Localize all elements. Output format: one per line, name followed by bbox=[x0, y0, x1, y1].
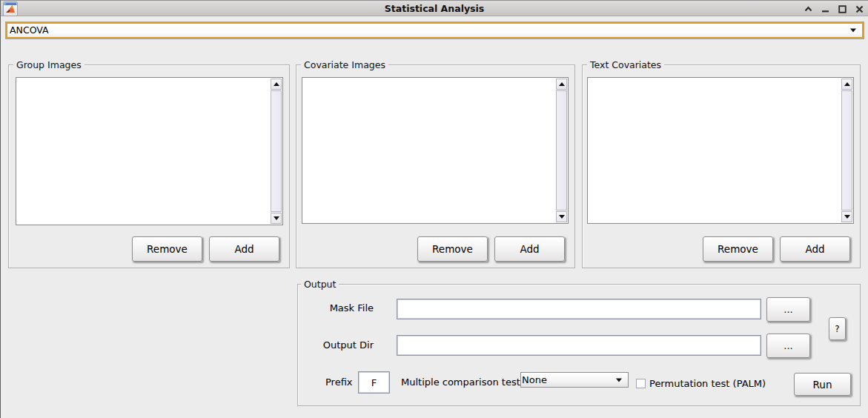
analysis-type-dropdown[interactable]: ANCOVA bbox=[6, 22, 864, 39]
chevron-down-icon bbox=[850, 29, 856, 33]
group-images-add-button[interactable]: Add bbox=[209, 236, 279, 262]
output-dir-browse-button[interactable]: ... bbox=[766, 334, 810, 358]
scroll-down-icon[interactable] bbox=[271, 213, 282, 224]
group-images-remove-button[interactable]: Remove bbox=[132, 236, 202, 262]
chevron-down-icon bbox=[616, 378, 622, 382]
output-dir-label: Output Dir bbox=[320, 339, 374, 351]
mask-file-browse-button[interactable]: ... bbox=[766, 297, 810, 322]
minimize-icon[interactable] bbox=[821, 4, 830, 14]
covariate-images-remove-button[interactable]: Remove bbox=[417, 236, 488, 262]
help-button[interactable]: ? bbox=[829, 317, 846, 340]
window-title: Statistical Analysis bbox=[1, 1, 868, 17]
mask-file-input[interactable] bbox=[397, 299, 761, 319]
multiple-comparison-label: Multiple comparison test bbox=[401, 376, 520, 388]
text-covariates-listbox[interactable] bbox=[587, 77, 854, 224]
output-dir-input[interactable] bbox=[397, 335, 761, 356]
window-controls bbox=[804, 1, 864, 17]
multiple-comparison-dropdown[interactable]: None bbox=[520, 372, 629, 388]
covariate-images-add-button[interactable]: Add bbox=[494, 236, 565, 262]
scrollbar-thumb[interactable] bbox=[556, 90, 567, 210]
scroll-up-icon[interactable] bbox=[556, 79, 567, 90]
titlebar[interactable]: Statistical Analysis bbox=[1, 0, 868, 16]
collapse-icon[interactable] bbox=[804, 4, 813, 14]
text-covariates-panel: Text Covariates Remove Add bbox=[582, 64, 861, 268]
prefix-input[interactable] bbox=[358, 371, 390, 394]
text-covariates-panel-title: Text Covariates bbox=[587, 59, 664, 70]
group-images-listbox[interactable] bbox=[16, 77, 283, 225]
covariate-images-panel: Covariate Images Remove Add bbox=[296, 64, 575, 268]
output-panel-title: Output bbox=[301, 279, 339, 290]
multiple-comparison-value: None bbox=[522, 373, 547, 387]
scroll-up-icon[interactable] bbox=[271, 79, 282, 90]
covariate-images-listbox[interactable] bbox=[302, 77, 569, 224]
scroll-down-icon[interactable] bbox=[841, 211, 852, 222]
group-images-panel-title: Group Images bbox=[13, 59, 85, 70]
maximize-icon[interactable] bbox=[838, 4, 847, 14]
scroll-down-icon[interactable] bbox=[556, 211, 567, 222]
permutation-test-label: Permutation test (PALM) bbox=[649, 378, 766, 389]
scrollbar-thumb[interactable] bbox=[841, 90, 852, 210]
covariate-images-scrollbar[interactable] bbox=[556, 79, 567, 222]
permutation-test-checkbox[interactable] bbox=[636, 379, 646, 388]
output-panel: Output Mask File ... Output Dir ... Pref… bbox=[297, 284, 861, 406]
text-covariates-add-button[interactable]: Add bbox=[780, 236, 850, 262]
text-covariates-remove-button[interactable]: Remove bbox=[703, 236, 773, 262]
scrollbar-thumb[interactable] bbox=[271, 90, 282, 212]
group-images-panel: Group Images Remove Add bbox=[8, 64, 290, 268]
close-icon[interactable] bbox=[855, 4, 864, 14]
group-images-scrollbar[interactable] bbox=[271, 79, 282, 224]
prefix-label: Prefix bbox=[325, 376, 353, 388]
mask-file-label: Mask File bbox=[320, 302, 374, 314]
covariate-images-panel-title: Covariate Images bbox=[301, 59, 388, 70]
statistical-analysis-window: Statistical Analysis ANCOVA Group Images bbox=[0, 0, 868, 418]
text-covariates-scrollbar[interactable] bbox=[841, 79, 852, 222]
run-button[interactable]: Run bbox=[794, 373, 851, 396]
scroll-up-icon[interactable] bbox=[841, 79, 852, 90]
analysis-type-value: ANCOVA bbox=[10, 24, 49, 37]
